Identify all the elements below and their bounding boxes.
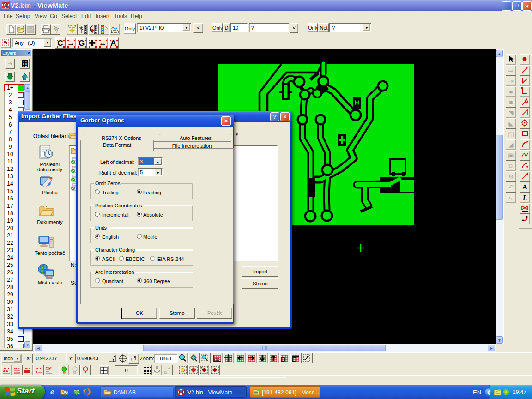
svg-text:?: ? <box>55 28 59 34</box>
